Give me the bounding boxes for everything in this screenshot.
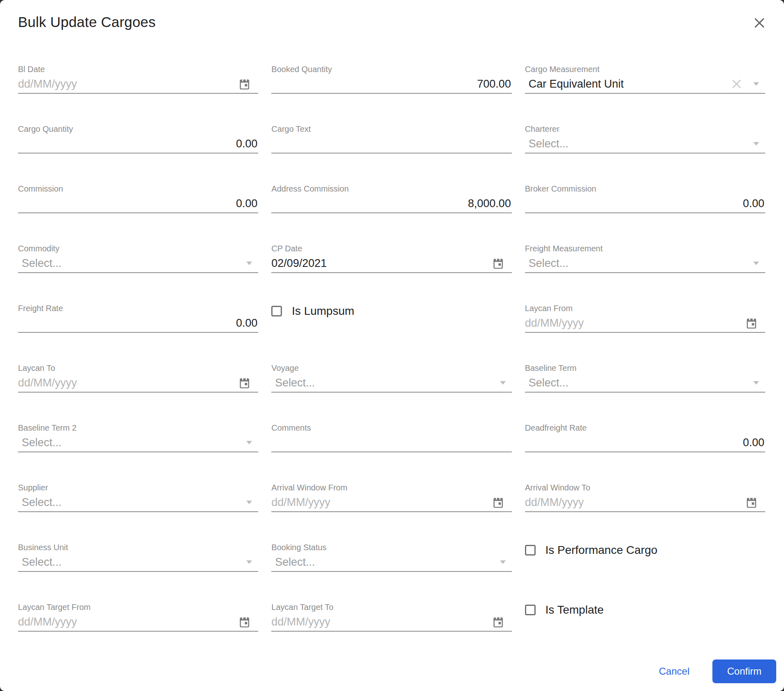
calendar-icon[interactable] xyxy=(239,78,250,90)
field-supplier: Supplier Select... xyxy=(18,483,258,512)
cargo-measurement-select[interactable]: Car Equivalent Unit xyxy=(525,75,765,94)
voyage-placeholder: Select... xyxy=(271,377,315,389)
laycan-to-label: Laycan To xyxy=(18,363,258,373)
checkbox-icon xyxy=(525,605,536,615)
arrival-window-from-input[interactable]: dd/MM/yyyy xyxy=(271,493,511,512)
clear-icon[interactable] xyxy=(731,78,742,90)
is-performance-cargo-checkbox[interactable]: Is Performance Cargo xyxy=(525,544,765,557)
arrival-window-to-placeholder: dd/MM/yyyy xyxy=(525,496,584,509)
field-booking-status: Booking Status Select... xyxy=(271,542,511,572)
supplier-label: Supplier xyxy=(18,483,258,492)
chevron-down-icon[interactable] xyxy=(753,142,759,146)
charterer-placeholder: Select... xyxy=(525,138,569,150)
address-commission-input[interactable]: 8,000.00 xyxy=(271,194,511,213)
field-booked-quantity: Booked Quantity 700.00 xyxy=(271,64,511,94)
cargo-measurement-label: Cargo Measurement xyxy=(525,64,765,74)
laycan-target-from-placeholder: dd/MM/yyyy xyxy=(18,616,77,628)
calendar-icon[interactable] xyxy=(746,496,757,508)
chevron-down-icon[interactable] xyxy=(246,501,252,504)
field-arrival-window-to: Arrival Window To dd/MM/yyyy xyxy=(525,483,765,512)
commission-input[interactable]: 0.00 xyxy=(18,194,258,213)
business-unit-select[interactable]: Select... xyxy=(18,553,258,572)
baseline-term-select[interactable]: Select... xyxy=(525,374,765,393)
bl-date-label: Bl Date xyxy=(18,64,258,74)
chevron-down-icon[interactable] xyxy=(246,441,252,445)
field-business-unit: Business Unit Select... xyxy=(18,542,258,572)
is-template-checkbox[interactable]: Is Template xyxy=(525,603,765,616)
confirm-button[interactable]: Confirm xyxy=(712,659,776,683)
deadfreight-rate-value: 0.00 xyxy=(743,436,765,449)
deadfreight-rate-input[interactable]: 0.00 xyxy=(525,434,765,452)
laycan-from-placeholder: dd/MM/yyyy xyxy=(525,317,584,330)
baseline-term-2-select[interactable]: Select... xyxy=(18,434,258,452)
laycan-target-from-input[interactable]: dd/MM/yyyy xyxy=(18,613,258,632)
booked-quantity-value: 700.00 xyxy=(477,78,512,90)
cp-date-value: 02/09/2021 xyxy=(271,257,327,270)
baseline-term-label: Baseline Term xyxy=(525,363,765,373)
laycan-to-placeholder: dd/MM/yyyy xyxy=(18,377,77,389)
field-cargo-text: Cargo Text xyxy=(271,124,511,154)
field-cargo-measurement: Cargo Measurement Car Equivalent Unit xyxy=(525,64,765,94)
field-charterer: Charterer Select... xyxy=(525,124,765,154)
freight-measurement-select[interactable]: Select... xyxy=(525,254,765,273)
field-comments: Comments xyxy=(271,423,511,452)
bulk-update-form: Bl Date dd/MM/yyyy Booked Quantity 700.0… xyxy=(0,64,784,632)
calendar-icon[interactable] xyxy=(493,257,504,269)
checkbox-icon xyxy=(525,545,536,556)
calendar-icon[interactable] xyxy=(239,616,250,628)
laycan-from-input[interactable]: dd/MM/yyyy xyxy=(525,314,765,333)
arrival-window-to-input[interactable]: dd/MM/yyyy xyxy=(525,493,765,512)
freight-rate-value: 0.00 xyxy=(236,317,259,330)
laycan-target-to-placeholder: dd/MM/yyyy xyxy=(271,616,330,628)
chevron-down-icon[interactable] xyxy=(753,262,759,265)
cargo-text-input[interactable] xyxy=(271,135,511,154)
booked-quantity-input[interactable]: 700.00 xyxy=(271,75,511,94)
field-cp-date: CP Date 02/09/2021 xyxy=(271,244,511,273)
chevron-down-icon[interactable] xyxy=(500,381,506,385)
field-arrival-window-from: Arrival Window From dd/MM/yyyy xyxy=(271,483,511,512)
calendar-icon[interactable] xyxy=(746,317,757,329)
booking-status-placeholder: Select... xyxy=(271,556,315,569)
chevron-down-icon[interactable] xyxy=(753,82,759,86)
laycan-target-from-label: Laycan Target From xyxy=(18,602,258,612)
chevron-down-icon[interactable] xyxy=(753,381,759,385)
field-laycan-to: Laycan To dd/MM/yyyy xyxy=(18,363,258,393)
field-is-performance-cargo: Is Performance Cargo xyxy=(525,542,765,572)
field-is-template: Is Template xyxy=(525,602,765,632)
bl-date-input[interactable]: dd/MM/yyyy xyxy=(18,75,258,94)
baseline-term-2-placeholder: Select... xyxy=(18,436,62,449)
freight-rate-input[interactable]: 0.00 xyxy=(18,314,258,333)
charterer-select[interactable]: Select... xyxy=(525,135,765,154)
laycan-target-to-input[interactable]: dd/MM/yyyy xyxy=(271,613,511,632)
field-deadfreight-rate: Deadfreight Rate 0.00 xyxy=(525,423,765,452)
field-broker-commission: Broker Commission 0.00 xyxy=(525,184,765,213)
close-icon[interactable] xyxy=(750,14,768,32)
field-bl-date: Bl Date dd/MM/yyyy xyxy=(18,64,258,94)
cp-date-input[interactable]: 02/09/2021 xyxy=(271,254,511,273)
broker-commission-input[interactable]: 0.00 xyxy=(525,194,765,213)
booking-status-select[interactable]: Select... xyxy=(271,553,511,572)
comments-input[interactable] xyxy=(271,434,511,452)
chevron-down-icon[interactable] xyxy=(500,560,506,564)
calendar-icon[interactable] xyxy=(493,616,504,628)
chevron-down-icon[interactable] xyxy=(246,560,252,564)
laycan-to-input[interactable]: dd/MM/yyyy xyxy=(18,374,258,393)
commodity-label: Commodity xyxy=(18,244,258,253)
field-freight-measurement: Freight Measurement Select... xyxy=(525,244,765,273)
cancel-button[interactable]: Cancel xyxy=(659,666,689,677)
voyage-select[interactable]: Select... xyxy=(271,374,511,393)
is-lumpsum-checkbox[interactable]: Is Lumpsum xyxy=(271,305,511,318)
comments-label: Comments xyxy=(271,423,511,433)
field-freight-rate: Freight Rate 0.00 xyxy=(18,303,258,333)
supplier-select[interactable]: Select... xyxy=(18,493,258,512)
chevron-down-icon[interactable] xyxy=(246,262,252,265)
cargo-quantity-input[interactable]: 0.00 xyxy=(18,135,258,154)
business-unit-label: Business Unit xyxy=(18,542,258,552)
booking-status-label: Booking Status xyxy=(271,542,511,552)
cargo-measurement-actions xyxy=(731,78,759,90)
calendar-icon[interactable] xyxy=(239,377,250,389)
field-address-commission: Address Commission 8,000.00 xyxy=(271,184,511,213)
commodity-select[interactable]: Select... xyxy=(18,254,258,273)
is-lumpsum-label: Is Lumpsum xyxy=(292,305,354,318)
calendar-icon[interactable] xyxy=(493,496,504,508)
